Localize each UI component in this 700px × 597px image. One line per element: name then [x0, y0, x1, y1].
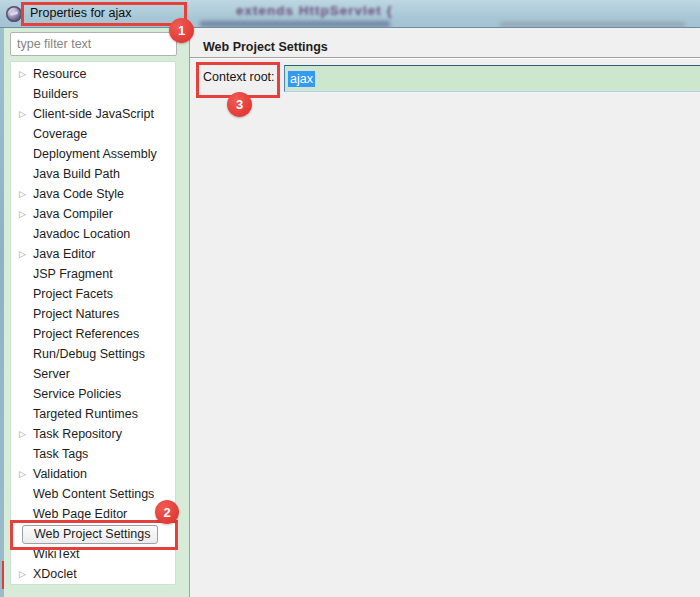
properties-tree: ▷ResourceBuilders▷Client-side JavaScript…	[10, 61, 176, 585]
tree-item-client-side-javascript[interactable]: ▷Client-side JavaScript	[11, 104, 175, 124]
context-root-value: ajax	[288, 71, 315, 87]
tree-item-label: JSP Fragment	[33, 267, 113, 281]
tree-item-label: Validation	[33, 467, 87, 481]
tree-item-targeted-runtimes[interactable]: Targeted Runtimes	[11, 404, 175, 424]
tree-item-label: Project References	[33, 327, 139, 341]
tree-item-label: Task Repository	[33, 427, 122, 441]
blurred-background-code	[500, 22, 685, 27]
tree-item-jsp-fragment[interactable]: JSP Fragment	[11, 264, 175, 284]
tree-item-server[interactable]: Server	[11, 364, 175, 384]
tree-item-label: Project Facets	[33, 287, 113, 301]
annotation-box-web-project-settings	[10, 520, 178, 550]
tree-item-label: Run/Debug Settings	[33, 347, 145, 361]
annotation-box-title	[21, 2, 187, 26]
tree-item-validation[interactable]: ▷Validation	[11, 464, 175, 484]
heading-divider	[190, 57, 700, 59]
tree-item-run-debug-settings[interactable]: Run/Debug Settings	[11, 344, 175, 364]
tree-item-label: Task Tags	[33, 447, 88, 461]
blurred-background-code	[200, 21, 390, 27]
annotation-step-2: 2	[155, 500, 179, 524]
expand-arrow-icon[interactable]: ▷	[19, 244, 33, 264]
expand-arrow-icon[interactable]: ▷	[19, 104, 33, 124]
tree-item-java-code-style[interactable]: ▷Java Code Style	[11, 184, 175, 204]
tree-item-java-compiler[interactable]: ▷Java Compiler	[11, 204, 175, 224]
tree-item-project-natures[interactable]: Project Natures	[11, 304, 175, 324]
window-icon[interactable]	[6, 6, 22, 22]
tree-item-label: Java Compiler	[33, 207, 113, 221]
context-root-input[interactable]: ajax	[284, 65, 700, 92]
annotation-step-1: 1	[169, 18, 194, 43]
tree-item-label: Javadoc Location	[33, 227, 130, 241]
filter-input[interactable]	[10, 32, 177, 56]
expand-arrow-icon[interactable]: ▷	[19, 184, 33, 204]
tree-item-label: Coverage	[33, 127, 87, 141]
tree-item-task-tags[interactable]: Task Tags	[11, 444, 175, 464]
tree-item-project-facets[interactable]: Project Facets	[11, 284, 175, 304]
tree-item-label: Client-side JavaScript	[33, 107, 154, 121]
tree-item-label: Web Content Settings	[33, 487, 154, 501]
annotation-step-3: 3	[227, 92, 252, 117]
tree-item-label: Service Policies	[33, 387, 121, 401]
tree-item-service-policies[interactable]: Service Policies	[11, 384, 175, 404]
tree-item-javadoc-location[interactable]: Javadoc Location	[11, 224, 175, 244]
page-title: Web Project Settings	[203, 40, 328, 54]
expand-arrow-icon[interactable]: ▷	[19, 464, 33, 484]
properties-dialog: Properties for ajax extends HttpServlet …	[0, 0, 700, 597]
tree-item-resource[interactable]: ▷Resource	[11, 64, 175, 84]
tree-item-project-references[interactable]: Project References	[11, 324, 175, 344]
tree-item-label: Java Code Style	[33, 187, 124, 201]
expand-arrow-icon[interactable]: ▷	[19, 204, 33, 224]
tree-item-label: Java Editor	[33, 247, 96, 261]
tree-item-label: Web Page Editor	[33, 507, 127, 521]
tree-item-label: Resource	[33, 67, 87, 81]
tree-item-label: Targeted Runtimes	[33, 407, 138, 421]
background-code-text: extends HttpServlet {	[236, 3, 393, 18]
tree-item-label: Project Natures	[33, 307, 119, 321]
tree-item-task-repository[interactable]: ▷Task Repository	[11, 424, 175, 444]
tree-item-web-content-settings[interactable]: Web Content Settings	[11, 484, 175, 504]
main-panel: Web Project Settings Context root: ajax	[189, 28, 700, 597]
tree-item-label: Java Build Path	[33, 167, 120, 181]
tree-item-coverage[interactable]: Coverage	[11, 124, 175, 144]
tree-item-deployment-assembly[interactable]: Deployment Assembly	[11, 144, 175, 164]
tree-item-label: Builders	[33, 87, 78, 101]
tree-item-label: Deployment Assembly	[33, 147, 157, 161]
tree-item-label: Server	[33, 367, 70, 381]
tree-item-xdoclet[interactable]: ▷XDoclet	[11, 564, 175, 584]
tree-item-java-editor[interactable]: ▷Java Editor	[11, 244, 175, 264]
tree-item-builders[interactable]: Builders	[11, 84, 175, 104]
expand-arrow-icon[interactable]: ▷	[19, 64, 33, 84]
tree-item-label: XDoclet	[33, 567, 77, 581]
expand-arrow-icon[interactable]: ▷	[19, 564, 33, 584]
tree-item-java-build-path[interactable]: Java Build Path	[11, 164, 175, 184]
expand-arrow-icon[interactable]: ▷	[19, 424, 33, 444]
